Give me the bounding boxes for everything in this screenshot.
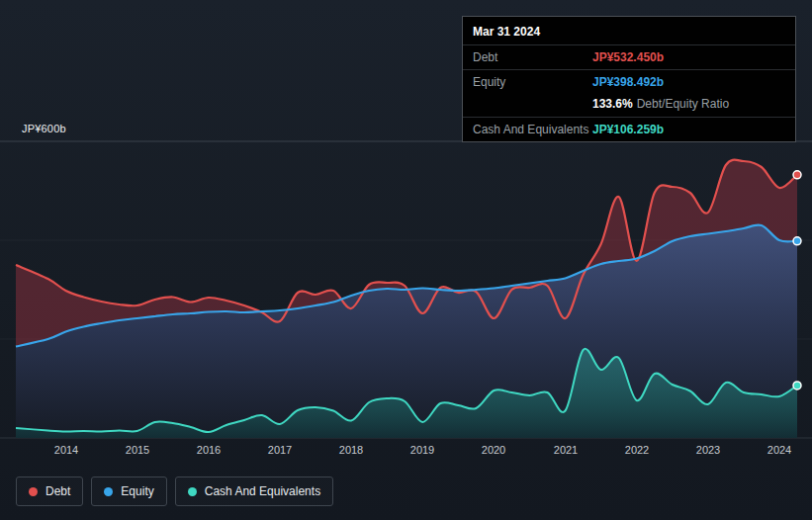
debt-dot-icon	[29, 487, 38, 496]
tooltip-ratio-row: 133.6%Debt/Equity Ratio	[463, 94, 795, 117]
debt-equity-history-chart[interactable]	[0, 137, 812, 444]
x-tick-2017: 2017	[268, 444, 292, 456]
chart-tooltip: Mar 31 2024 Debt JP¥532.450b Equity JP¥3…	[462, 16, 796, 142]
x-tick-2024: 2024	[767, 444, 791, 456]
tooltip-ratio-label: Debt/Equity Ratio	[637, 97, 729, 111]
x-axis: 2014201520162017201820192020202120222023…	[0, 444, 812, 458]
x-tick-2020: 2020	[482, 444, 505, 456]
equity-dot-icon	[104, 487, 113, 496]
legend-cash-label: Cash And Equivalents	[205, 484, 320, 498]
tooltip-ratio-value: 133.6%	[592, 97, 633, 111]
legend-debt-label: Debt	[45, 484, 70, 498]
cash-dot-icon	[188, 487, 197, 496]
chart-legend: Debt Equity Cash And Equivalents	[16, 477, 333, 506]
x-tick-2018: 2018	[339, 444, 363, 456]
legend-item-equity[interactable]: Equity	[91, 477, 166, 506]
legend-item-cash[interactable]: Cash And Equivalents	[175, 477, 333, 506]
legend-equity-label: Equity	[121, 484, 153, 498]
tooltip-equity-value: JP¥398.492b	[592, 75, 664, 89]
tooltip-date: Mar 31 2024	[463, 17, 795, 44]
y-axis-label-top: JP¥600b	[22, 123, 66, 134]
tooltip-cash-row: Cash And Equivalents JP¥106.259b	[463, 117, 795, 141]
x-tick-2015: 2015	[126, 444, 149, 456]
debt-equity-chart-screen: JP¥600b JP¥0 201420152016201720182019202…	[0, 0, 812, 520]
tooltip-debt-label: Debt	[473, 50, 592, 64]
x-tick-2019: 2019	[410, 444, 434, 456]
tooltip-debt-value: JP¥532.450b	[592, 50, 664, 64]
tooltip-cash-value: JP¥106.259b	[592, 123, 664, 136]
tooltip-debt-row: Debt JP¥532.450b	[463, 44, 795, 69]
x-tick-2014: 2014	[54, 444, 78, 456]
x-tick-2022: 2022	[625, 444, 649, 456]
x-tick-2023: 2023	[696, 444, 720, 456]
legend-item-debt[interactable]: Debt	[16, 477, 83, 506]
x-tick-2016: 2016	[197, 444, 221, 456]
tooltip-equity-label: Equity	[473, 75, 592, 89]
tooltip-cash-label: Cash And Equivalents	[473, 123, 592, 136]
x-tick-2021: 2021	[554, 444, 578, 456]
tooltip-equity-row: Equity JP¥398.492b	[463, 69, 795, 94]
